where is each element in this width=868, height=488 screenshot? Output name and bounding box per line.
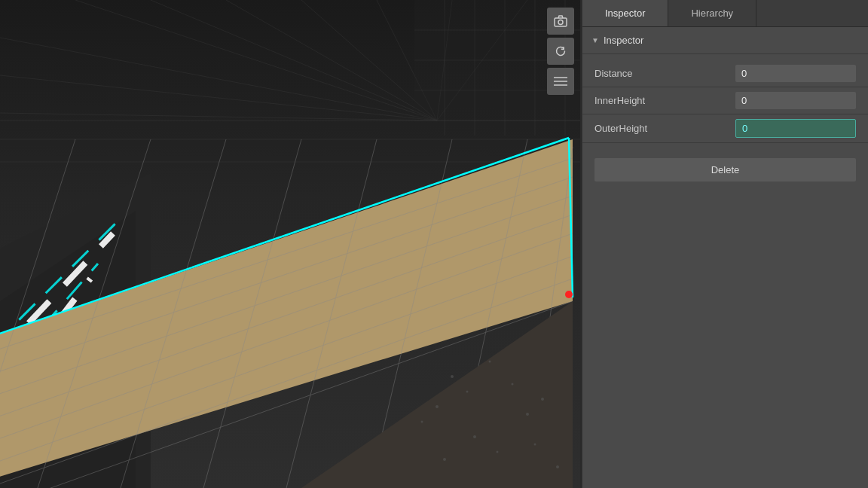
svg-point-47: [466, 391, 469, 393]
camera-button[interactable]: [547, 8, 574, 35]
svg-point-57: [534, 444, 536, 446]
tab-hierarchy[interactable]: Hierarchy: [668, 0, 756, 26]
innerheight-row: InnerHeight: [582, 87, 868, 114]
inspector-title: Inspector: [604, 35, 643, 46]
innerheight-input[interactable]: [735, 92, 856, 109]
outerheight-row: OuterHeight: [582, 114, 868, 143]
distance-input[interactable]: [735, 65, 856, 82]
delete-section: Delete: [582, 149, 868, 191]
chevron-down-icon: ▼: [591, 36, 599, 44]
tab-bar: Inspector Hierarchy: [582, 0, 868, 27]
refresh-button[interactable]: [547, 38, 574, 65]
viewport[interactable]: [0, 0, 582, 488]
tab-inspector[interactable]: Inspector: [582, 0, 668, 26]
distance-row: Distance: [582, 60, 868, 87]
delete-button[interactable]: Delete: [594, 158, 856, 181]
outerheight-label: OuterHeight: [594, 123, 735, 134]
svg-point-43: [565, 291, 573, 298]
svg-point-53: [421, 421, 423, 423]
viewport-toolbar: [547, 8, 574, 95]
svg-point-51: [512, 383, 514, 386]
svg-point-46: [451, 375, 454, 378]
distance-label: Distance: [594, 68, 735, 79]
svg-point-52: [541, 398, 544, 401]
innerheight-label: InnerHeight: [594, 95, 735, 106]
svg-point-56: [443, 458, 446, 461]
svg-point-49: [489, 361, 491, 363]
properties-panel: Distance InnerHeight OuterHeight: [582, 54, 868, 149]
svg-point-48: [436, 405, 439, 408]
svg-point-70: [558, 20, 563, 25]
outerheight-input[interactable]: [735, 119, 856, 138]
inspector-section-header[interactable]: ▼ Inspector: [582, 27, 868, 54]
svg-point-55: [497, 451, 499, 453]
menu-button[interactable]: [547, 68, 574, 95]
scene-container: [0, 0, 582, 488]
svg-point-54: [473, 435, 476, 438]
right-panel: Inspector Hierarchy ▼ Inspector Distance…: [582, 0, 868, 488]
svg-rect-69: [555, 18, 567, 26]
svg-point-58: [556, 465, 559, 468]
svg-point-50: [526, 413, 529, 416]
